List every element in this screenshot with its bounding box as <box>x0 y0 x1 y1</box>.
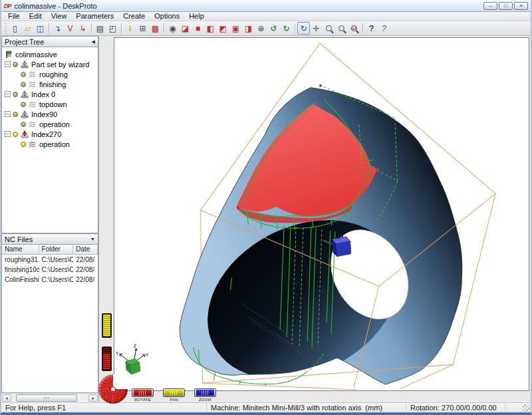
render-view-button[interactable]: ▩ <box>149 22 162 35</box>
help-button[interactable]: ? <box>365 22 378 35</box>
tree-item-operation[interactable]: operation <box>2 139 98 149</box>
view-pan-button[interactable]: ✛ <box>310 22 323 35</box>
tree-item-label: Index 0 <box>31 90 55 98</box>
tree-item-label: operation <box>39 140 70 148</box>
nc-cell: ColinFinishin... <box>2 275 39 285</box>
tree-item-finishing[interactable]: finishing <box>2 79 98 89</box>
context-help-button[interactable]: ? <box>378 22 390 35</box>
menu-edit[interactable]: Edit <box>25 12 47 21</box>
new-file-icon: ▯ <box>13 24 17 33</box>
close-button[interactable]: × <box>514 2 528 10</box>
tree-expander-icon[interactable]: − <box>5 61 11 67</box>
edit-curves-button[interactable]: V <box>64 22 76 35</box>
show-geometry-button[interactable]: ◪ <box>179 22 192 35</box>
visibility-bulb-icon[interactable] <box>21 122 26 127</box>
nc-cell: finishing10d... <box>2 265 39 275</box>
view-rotate-button[interactable]: ↻ <box>297 22 310 35</box>
minimize-button[interactable]: – <box>483 2 497 10</box>
show-axes-button[interactable]: ⊕ <box>255 22 267 35</box>
print-preview-button[interactable]: ◰ <box>106 22 119 35</box>
nc-file-row[interactable]: roughing31...C:\Users\C...22/08/ <box>2 255 98 265</box>
visibility-bulb-icon[interactable] <box>13 62 18 67</box>
info-button[interactable]: i <box>124 22 136 35</box>
show-borders-button[interactable]: ◩ <box>217 22 229 35</box>
toolbar-separator <box>49 23 49 33</box>
print-button[interactable]: ▤ <box>94 22 106 35</box>
pan-cross-icon: ✛ <box>313 24 319 33</box>
tree-item-index90[interactable]: −Index90 <box>2 109 98 119</box>
title-bar[interactable]: DP colinmassive - DeskProto – □ × <box>1 0 531 12</box>
show-block-geometry-button[interactable]: ▣ <box>229 22 242 35</box>
show-block-button[interactable]: ■ <box>192 22 204 35</box>
rotate-mouse-button[interactable]: ROTATE <box>132 388 154 402</box>
3d-canvas[interactable]: Z X Y <box>114 37 529 391</box>
toggle-visibility-button[interactable]: ◉ <box>166 22 179 35</box>
tree-item-colinmassive[interactable]: colinmassive <box>2 49 98 59</box>
axis-z-label: Z <box>134 344 137 348</box>
nc-column-name[interactable]: Name <box>2 245 39 255</box>
cube-borders-icon: ◩ <box>219 24 227 33</box>
menu-parameters[interactable]: Parameters <box>71 12 118 21</box>
tree-expander-icon[interactable]: − <box>5 91 11 97</box>
open-file-button[interactable]: ▱ <box>21 22 34 35</box>
tree-item-index-0[interactable]: −Index 0 <box>2 89 98 99</box>
tree-item-roughing[interactable]: roughing <box>2 69 98 79</box>
visibility-bulb-icon[interactable] <box>21 102 26 107</box>
panel-menu-icon[interactable]: ▼ <box>90 237 95 241</box>
mouse-button-label: PAN <box>170 398 178 402</box>
tree-item-part-set-by-wizard[interactable]: −Part set by wizard <box>2 59 98 69</box>
scroll-left-icon[interactable]: ◂ <box>2 394 11 402</box>
split-view-button[interactable]: ⊞ <box>136 22 149 35</box>
project-tree-title: Project Tree <box>5 38 44 46</box>
show-machined-button[interactable]: ◨ <box>242 22 255 35</box>
nc-cell: C:\Users\C... <box>39 275 74 285</box>
rotate-cw-icon: ↻ <box>283 24 289 33</box>
rotate-b-axis-button[interactable]: ↻ <box>280 22 293 35</box>
visibility-bulb-icon[interactable] <box>21 142 26 147</box>
zoom-100-button[interactable]: 100 <box>348 22 360 35</box>
resize-grip[interactable] <box>523 404 530 412</box>
scrollbar-thumb[interactable] <box>16 394 77 402</box>
visibility-bulb-icon[interactable] <box>13 132 18 137</box>
toolpath-icon <box>29 80 37 88</box>
scroll-right-icon[interactable]: ▸ <box>88 394 98 402</box>
horizontal-scrollbar[interactable]: ◂ ▸ <box>1 393 98 402</box>
tree-item-topdown[interactable]: topdown <box>2 99 98 109</box>
nc-file-row[interactable]: ColinFinishin...C:\Users\C...22/08/ <box>2 275 98 285</box>
menu-options[interactable]: Options <box>150 12 184 21</box>
pan-mouse-button[interactable]: PAN <box>163 388 185 402</box>
nc-column-date[interactable]: Date <box>73 245 98 255</box>
visibility-bulb-icon[interactable] <box>13 92 18 97</box>
panel-collapse-icon[interactable]: ◀ <box>92 39 95 45</box>
write-nc-button[interactable]: ↳ <box>76 22 89 35</box>
show-result-button[interactable]: ◧ <box>204 22 217 35</box>
load-geometry-icon: ↴ <box>54 24 61 33</box>
menu-create[interactable]: Create <box>118 12 150 21</box>
save-file-button[interactable]: ◫ <box>34 22 47 35</box>
nc-file-row[interactable]: finishing10d...C:\Users\C...22/08/ <box>2 265 98 275</box>
menu-file[interactable]: File <box>3 12 25 21</box>
nc-cell: 22/08/ <box>73 255 98 265</box>
menu-help[interactable]: Help <box>184 12 209 21</box>
visibility-bulb-icon[interactable] <box>13 112 18 117</box>
tree-item-index270[interactable]: −Index270 <box>2 129 98 139</box>
toolbar-grip <box>5 23 7 34</box>
zoom-window-button[interactable] <box>335 22 348 35</box>
nc-column-folder[interactable]: Folder <box>39 245 74 255</box>
tree-expander-icon[interactable]: − <box>5 131 11 137</box>
visibility-bulb-icon[interactable] <box>21 72 26 77</box>
new-file-button[interactable]: ▯ <box>9 22 21 35</box>
menu-view[interactable]: View <box>47 12 72 21</box>
zoom-dynamic-button[interactable] <box>323 22 335 35</box>
tree-expander-icon[interactable]: − <box>5 111 11 117</box>
scrollbar-track[interactable] <box>12 394 88 402</box>
part-icon <box>21 61 29 69</box>
open-folder-icon: ▱ <box>25 24 31 33</box>
zoom-mouse-button[interactable]: ZOOM <box>194 388 216 402</box>
help-icon: ? <box>369 23 374 33</box>
rotate-a-axis-button[interactable]: ↺ <box>267 22 280 35</box>
visibility-bulb-icon[interactable] <box>21 82 26 87</box>
tree-item-operation[interactable]: operation <box>2 119 98 129</box>
maximize-button[interactable]: □ <box>499 2 513 10</box>
load-geometry-button[interactable]: ↴ <box>51 22 64 35</box>
